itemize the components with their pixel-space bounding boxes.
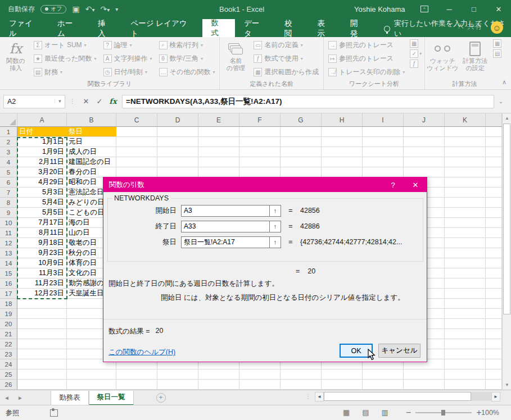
cell-stub[interactable] xyxy=(486,208,502,218)
cell-C4[interactable] xyxy=(116,157,157,167)
ribbon-item-参照元のトレース[interactable]: →参照元のトレース xyxy=(325,38,408,52)
cell-stub[interactable] xyxy=(486,289,502,299)
cell-K6[interactable] xyxy=(445,177,486,188)
ribbon-tab-表示[interactable]: 表示 xyxy=(308,20,341,37)
ribbon-display-options-icon[interactable]: ^ xyxy=(412,0,437,18)
row-header-2[interactable]: 2 xyxy=(0,137,17,147)
zoom-out-icon[interactable]: − xyxy=(406,408,411,418)
row-header-13[interactable]: 13 xyxy=(0,248,17,258)
cell-J1[interactable] xyxy=(404,127,445,137)
cell-I4[interactable] xyxy=(363,157,404,167)
page-layout-view-icon[interactable]: ▤ xyxy=(362,408,369,417)
cell-D25[interactable] xyxy=(157,369,198,380)
calculate-sheet-icon[interactable]: ▤ xyxy=(493,49,501,58)
cell-K18[interactable] xyxy=(445,299,486,309)
ribbon-item-トレース矢印の削除[interactable]: ↛トレース矢印の削除▾ xyxy=(325,65,408,79)
cell-G4[interactable] xyxy=(281,157,322,167)
cell-K3[interactable] xyxy=(445,147,486,157)
cell-D5[interactable] xyxy=(157,167,198,177)
row-header-4[interactable]: 4 xyxy=(0,157,17,167)
cell-E25[interactable] xyxy=(198,369,239,380)
column-header-[interactable] xyxy=(486,113,502,127)
column-header-G[interactable]: G xyxy=(281,113,322,127)
cell-E4[interactable] xyxy=(198,157,239,167)
cell-K26[interactable] xyxy=(445,380,486,390)
macro-record-icon[interactable] xyxy=(50,409,58,417)
calculate-now-icon[interactable]: ▦ xyxy=(493,39,501,48)
cell-H5[interactable] xyxy=(322,167,363,177)
cell-F5[interactable] xyxy=(239,167,281,177)
cell-G25[interactable] xyxy=(281,369,322,380)
cell-K12[interactable] xyxy=(445,238,486,248)
cell-A8[interactable]: 5月4日 xyxy=(17,198,67,208)
ribbon-item-参照先のトレース[interactable]: ↦参照先のトレース xyxy=(325,52,408,65)
scroll-left-icon[interactable]: ◄ xyxy=(315,392,324,401)
cell-E1[interactable] xyxy=(198,127,239,137)
cell-K10[interactable] xyxy=(445,218,486,228)
cell-A1[interactable]: 日付 xyxy=(17,127,67,137)
row-header-15[interactable]: 15 xyxy=(0,268,17,279)
cancel-button[interactable]: キャンセル xyxy=(378,344,420,358)
column-header-E[interactable]: E xyxy=(198,113,239,127)
row-header-16[interactable]: 16 xyxy=(0,279,17,289)
cell-I1[interactable] xyxy=(363,127,404,137)
scroll-down-icon[interactable]: ▼ xyxy=(503,380,511,390)
cell-K9[interactable] xyxy=(445,208,486,218)
cell-J2[interactable] xyxy=(404,137,445,147)
cell-A5[interactable]: 3月20日 xyxy=(17,167,67,177)
cell-stub[interactable] xyxy=(486,198,502,208)
cell-B1[interactable]: 祭日 xyxy=(67,127,116,137)
ribbon-item-名前の定義[interactable]: ▭名前の定義▾ xyxy=(250,38,322,52)
cell-stub[interactable] xyxy=(486,248,502,258)
cell-I3[interactable] xyxy=(363,147,404,157)
feedback-smiley-icon[interactable]: ☺ xyxy=(491,21,503,34)
save-icon[interactable]: ▣ xyxy=(72,4,79,13)
cell-B4[interactable]: 建国記念の日 xyxy=(67,157,116,167)
cell-J4[interactable] xyxy=(404,157,445,167)
cell-K11[interactable] xyxy=(445,228,486,238)
dialog-close-icon[interactable]: ✕ xyxy=(404,177,427,192)
cell-H26[interactable] xyxy=(322,380,363,390)
row-header-20[interactable]: 20 xyxy=(0,319,17,329)
row-header-17[interactable]: 17 xyxy=(0,289,17,299)
column-header-F[interactable]: F xyxy=(239,113,281,127)
undo-icon[interactable]: ↶▾ xyxy=(85,4,95,13)
cell-K8[interactable] xyxy=(445,198,486,208)
cell-A19[interactable] xyxy=(17,309,67,319)
ribbon-item-論理[interactable]: ?論理▾ xyxy=(100,38,156,52)
enter-entry-icon[interactable]: ✓ xyxy=(93,95,106,108)
cell-stub[interactable] xyxy=(486,380,502,390)
cell-K21[interactable] xyxy=(445,329,486,339)
row-header-12[interactable]: 12 xyxy=(0,238,17,248)
row-header-22[interactable]: 22 xyxy=(0,339,17,349)
collapse-ribbon-icon[interactable]: ∧ xyxy=(502,79,507,86)
cell-D2[interactable] xyxy=(157,137,198,147)
zoom-slider-thumb[interactable] xyxy=(441,410,445,416)
cell-C3[interactable] xyxy=(116,147,157,157)
cell-J26[interactable] xyxy=(404,380,445,390)
horizontal-scrollbar[interactable]: ◄ ► xyxy=(315,391,503,401)
insert-function-button[interactable]: fx 関数の 挿入 xyxy=(1,38,30,79)
cancel-entry-icon[interactable]: ✕ xyxy=(79,95,93,108)
share-button[interactable]: ⇱ 共有 xyxy=(458,21,482,31)
cell-A6[interactable]: 4月29日 xyxy=(17,177,67,188)
cell-K15[interactable] xyxy=(445,268,486,279)
cell-I2[interactable] xyxy=(363,137,404,147)
cell-K17[interactable] xyxy=(445,289,486,299)
column-header-H[interactable]: H xyxy=(322,113,363,127)
row-header-6[interactable]: 6 xyxy=(0,177,17,188)
ribbon-item-その他の関数[interactable]: …その他の関数▾ xyxy=(156,65,219,79)
formula-input[interactable]: =NETWORKDAYS(A3,A33,祭日一覧!A2:A17) xyxy=(122,95,494,108)
ribbon-item-日付/時刻[interactable]: ◷日付/時刻▾ xyxy=(100,65,156,79)
cell-A22[interactable] xyxy=(17,339,67,349)
sheet-nav-left-icon[interactable]: ◄ xyxy=(0,395,13,401)
cell-A20[interactable] xyxy=(17,319,67,329)
cell-stub[interactable] xyxy=(486,349,502,359)
cell-K22[interactable] xyxy=(445,339,486,349)
cell-stub[interactable] xyxy=(486,329,502,339)
column-header-K[interactable]: K xyxy=(445,113,486,127)
column-header-J[interactable]: J xyxy=(404,113,445,127)
cell-stub[interactable] xyxy=(486,309,502,319)
cell-B26[interactable] xyxy=(67,380,116,390)
column-header-A[interactable]: A xyxy=(17,113,67,127)
